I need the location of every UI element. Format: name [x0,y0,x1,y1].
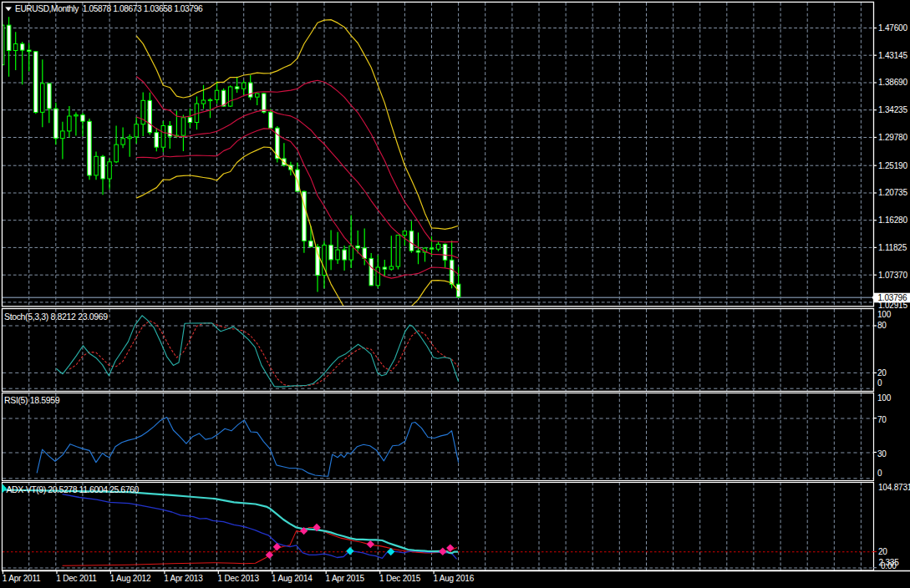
svg-text:1 Dec 2011: 1 Dec 2011 [56,574,97,583]
svg-text:1 Apr 2011: 1 Apr 2011 [3,574,41,583]
svg-text:1.11825: 1.11825 [878,243,907,252]
svg-text:1 Aug 2014: 1 Aug 2014 [272,574,313,583]
svg-text:RSI(5) 18.5959: RSI(5) 18.5959 [4,395,60,405]
svg-text:Stoch(5,3,3) 8.8212 23.0969: Stoch(5,3,3) 8.8212 23.0969 [4,312,108,322]
svg-text:70: 70 [877,415,887,424]
svg-text:1 Dec 2013: 1 Dec 2013 [218,574,260,583]
svg-text:ADX-VT(9) 20.5278 11.6004 25.6: ADX-VT(9) 20.5278 11.6004 25.6760 [7,484,140,494]
svg-text:1.16280: 1.16280 [878,215,907,225]
svg-text:1.07370: 1.07370 [878,271,907,280]
svg-text:1.43145: 1.43145 [878,51,907,60]
svg-text:1 Dec 2015: 1 Dec 2015 [379,574,421,583]
svg-text:1.34235: 1.34235 [878,105,907,114]
svg-text:2.335: 2.335 [879,558,900,567]
svg-text:30: 30 [877,449,887,459]
svg-text:1 Apr 2015: 1 Apr 2015 [326,574,365,583]
svg-text:1.03796: 1.03796 [878,293,907,302]
svg-text:1.20735: 1.20735 [878,188,907,197]
svg-text:20: 20 [877,368,887,378]
svg-text:1.25190: 1.25190 [878,161,907,170]
svg-text:80: 80 [877,321,887,330]
svg-text:0: 0 [877,469,882,478]
svg-text:1.29780: 1.29780 [878,133,907,142]
svg-text:EURUSD,Monthly 1.05878 1.0867: EURUSD,Monthly 1.05878 1.08673 1.03658 1… [15,4,203,13]
svg-text:20: 20 [878,547,887,556]
svg-text:1.38690: 1.38690 [878,78,907,87]
svg-text:1 Aug 2012: 1 Aug 2012 [110,574,151,583]
svg-text:1.47600: 1.47600 [878,23,907,33]
svg-text:1 Aug 2016: 1 Aug 2016 [433,574,474,583]
svg-text:100: 100 [877,393,892,403]
svg-text:104.8731: 104.8731 [878,483,910,492]
svg-text:100: 100 [877,310,892,319]
svg-text:1 Apr 2013: 1 Apr 2013 [164,574,203,583]
svg-text:0: 0 [877,378,882,388]
